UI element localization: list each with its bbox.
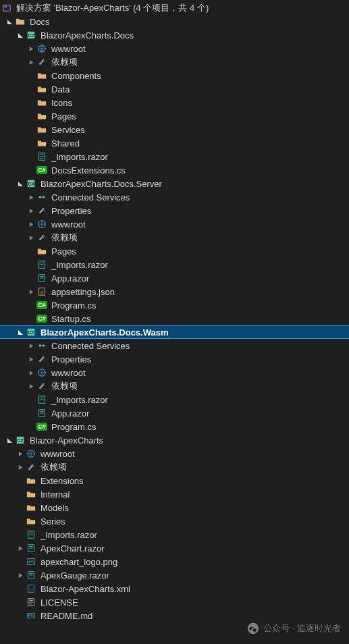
image-file-icon xyxy=(26,556,36,567)
folder-docs[interactable]: Docs xyxy=(0,15,349,28)
collapsed-arrow-icon[interactable] xyxy=(27,45,35,53)
file-apexchart-logo-png[interactable]: apexchart_logo.png xyxy=(0,555,349,568)
collapsed-arrow-icon[interactable] xyxy=(27,207,35,215)
folder-models[interactable]: Models xyxy=(0,501,349,514)
collapsed-arrow-icon[interactable] xyxy=(27,342,35,350)
globe-icon xyxy=(36,367,47,378)
dependencies-icon xyxy=(36,381,47,392)
file-imports-razor[interactable]: _Imports.razor xyxy=(0,258,349,271)
collapsed-arrow-icon[interactable] xyxy=(27,288,35,296)
node-deps[interactable]: 依赖项 xyxy=(0,231,349,244)
node-label: Pages xyxy=(51,111,76,122)
project-blazor-apexcharts[interactable]: C# Blazor-ApexCharts xyxy=(0,433,349,447)
project-docs[interactable]: C# BlazorApexCharts.Docs xyxy=(0,28,349,42)
node-deps[interactable]: 依赖项 xyxy=(0,460,349,474)
node-properties[interactable]: Properties xyxy=(0,352,349,366)
node-label: ApexChart.razor xyxy=(41,543,105,554)
collapsed-arrow-icon[interactable] xyxy=(16,450,24,458)
collapsed-arrow-icon[interactable] xyxy=(16,571,24,579)
connected-services-icon xyxy=(36,340,47,351)
collapsed-arrow-icon[interactable] xyxy=(27,58,35,66)
expand-arrow-icon[interactable] xyxy=(16,328,24,336)
node-connected-services[interactable]: Connected Services xyxy=(0,339,349,352)
file-apexgauge-razor[interactable]: ApexGauge.razor xyxy=(0,568,349,582)
folder-pages[interactable]: Pages xyxy=(0,109,349,123)
node-label: Program.cs xyxy=(51,422,96,432)
solution-node[interactable]: 解决方案 'Blazor-ApexCharts' (4 个项目，共 4 个) xyxy=(0,1,349,15)
solution-explorer-tree[interactable]: 解决方案 'Blazor-ApexCharts' (4 个项目，共 4 个) D… xyxy=(0,0,349,624)
folder-icons[interactable]: Icons xyxy=(0,96,349,109)
csproj-icon: C# xyxy=(15,435,26,446)
file-readme-md[interactable]: README.md xyxy=(0,609,349,622)
svg-point-9 xyxy=(43,196,45,198)
node-label: Icons xyxy=(51,98,72,108)
folder-components[interactable]: Components xyxy=(0,69,349,82)
file-program-cs[interactable]: C# Program.cs xyxy=(0,420,349,433)
csproj-icon: C# xyxy=(26,30,36,41)
expand-arrow-icon[interactable] xyxy=(16,180,24,188)
file-imports-razor[interactable]: _Imports.razor xyxy=(0,528,349,541)
folder-icon xyxy=(26,502,36,513)
node-label: DocsExtensions.cs xyxy=(51,165,126,176)
expand-arrow-icon[interactable] xyxy=(5,18,14,26)
folder-icon xyxy=(36,246,47,257)
svg-rect-0 xyxy=(3,5,11,11)
folder-services[interactable]: Services xyxy=(0,123,349,136)
globe-icon xyxy=(36,43,47,54)
node-wwwroot[interactable]: wwwroot xyxy=(0,366,349,379)
collapsed-arrow-icon[interactable] xyxy=(16,463,24,471)
node-label: wwwroot xyxy=(51,368,86,378)
node-connected-services[interactable]: Connected Services xyxy=(0,190,349,204)
file-imports-razor[interactable]: _Imports.razor xyxy=(0,393,349,406)
file-docsextensions-cs[interactable]: C# DocsExtensions.cs xyxy=(0,163,349,177)
razor-file-icon xyxy=(26,570,36,581)
node-deps[interactable]: 依赖项 xyxy=(0,379,349,393)
expand-arrow-icon[interactable] xyxy=(16,31,24,39)
file-blazor-apexcharts-xml[interactable]: <> Blazor-ApexCharts.xml xyxy=(0,582,349,595)
node-wwwroot[interactable]: wwwroot xyxy=(0,447,349,460)
node-label: BlazorApexCharts.Docs.Server xyxy=(41,179,162,189)
node-wwwroot[interactable]: wwwroot xyxy=(0,217,349,231)
collapsed-arrow-icon[interactable] xyxy=(16,544,24,552)
expand-arrow-icon[interactable] xyxy=(5,436,14,444)
node-label: Pages xyxy=(51,246,76,257)
file-startup-cs[interactable]: C# Startup.cs xyxy=(0,312,349,325)
collapsed-arrow-icon[interactable] xyxy=(27,369,35,377)
node-label: Program.cs xyxy=(51,300,96,311)
collapsed-arrow-icon[interactable] xyxy=(27,234,35,242)
file-app-razor[interactable]: App.razor xyxy=(0,271,349,285)
file-program-cs[interactable]: C# Program.cs xyxy=(0,298,349,312)
node-deps[interactable]: 依赖项 xyxy=(0,55,349,69)
file-license[interactable]: LICENSE xyxy=(0,595,349,609)
folder-icon xyxy=(36,138,47,149)
csproj-icon: C# xyxy=(26,178,36,189)
node-wwwroot[interactable]: wwwroot xyxy=(0,42,349,55)
folder-data[interactable]: Data xyxy=(0,82,349,96)
collapsed-arrow-icon[interactable] xyxy=(27,382,35,390)
file-apexchart-razor[interactable]: ApexChart.razor xyxy=(0,541,349,555)
watermark: 公众号 · 追逐时光者 xyxy=(247,622,341,635)
collapsed-arrow-icon[interactable] xyxy=(27,220,35,228)
razor-file-icon xyxy=(36,394,47,405)
svg-text:C#: C# xyxy=(28,182,34,186)
folder-series[interactable]: Series xyxy=(0,514,349,528)
file-imports-razor[interactable]: _Imports.razor xyxy=(0,150,349,163)
folder-extensions[interactable]: Extensions xyxy=(0,474,349,487)
folder-shared[interactable]: Shared xyxy=(0,136,349,150)
dependencies-icon xyxy=(36,232,47,243)
project-docs-server[interactable]: C# BlazorApexCharts.Docs.Server xyxy=(0,177,349,190)
node-label: 依赖项 xyxy=(51,380,78,392)
project-docs-wasm[interactable]: C# BlazorApexCharts.Docs.Wasm xyxy=(0,325,349,339)
file-appsettings-json[interactable]: {} appsettings.json xyxy=(0,285,349,298)
svg-rect-1 xyxy=(5,6,7,7)
node-label: Blazor-ApexCharts xyxy=(30,435,103,446)
razor-file-icon xyxy=(26,543,36,554)
dependencies-icon xyxy=(26,462,36,473)
node-properties[interactable]: Properties xyxy=(0,204,349,217)
folder-internal[interactable]: Internal xyxy=(0,487,349,501)
svg-point-8 xyxy=(39,196,42,198)
folder-pages[interactable]: Pages xyxy=(0,244,349,258)
collapsed-arrow-icon[interactable] xyxy=(27,193,35,201)
file-app-razor[interactable]: App.razor xyxy=(0,406,349,420)
collapsed-arrow-icon[interactable] xyxy=(27,355,35,363)
